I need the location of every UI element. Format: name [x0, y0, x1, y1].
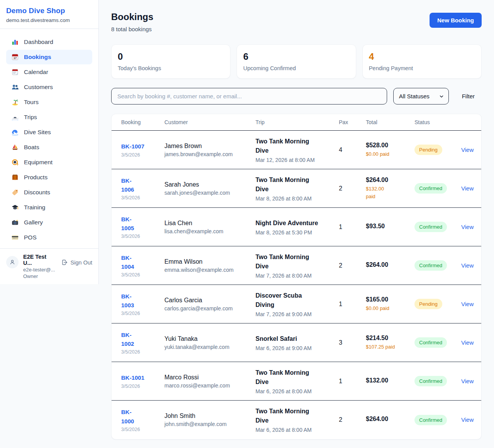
filter-button[interactable]: Filter: [455, 93, 482, 99]
stat-value: 6: [243, 51, 349, 62]
customer-cell: Lisa Chen lisa.chen@example.com: [164, 220, 255, 234]
new-booking-button[interactable]: New Booking: [430, 13, 482, 28]
trip-time: Mar 6, 2026 at 9:00 AM: [255, 345, 339, 351]
sidebar: Demo Dive Shop demo.test.divestreams.com…: [0, 0, 99, 284]
customer-cell: Sarah Jones sarah.jones@example.com: [164, 181, 255, 196]
sidebar-item-tours[interactable]: Tours: [6, 95, 92, 109]
booking-id-link[interactable]: BK- 1005: [121, 215, 164, 233]
bookings-table: BookingCustomerTripPaxTotalStatus BK-100…: [111, 114, 482, 440]
customer-email: carlos.garcia@example.com: [164, 305, 255, 312]
customer-email: yuki.tanaka@example.com: [164, 344, 255, 350]
sidebar-item-dive-sites[interactable]: Dive Sites: [6, 125, 92, 140]
sidebar-item-bookings[interactable]: 17 Bookings: [6, 50, 92, 64]
search-input[interactable]: [111, 88, 387, 104]
customer-email: marco.rossi@example.com: [164, 382, 255, 389]
trip-time: Mar 6, 2026 at 8:00 AM: [255, 427, 339, 433]
status-cell: Confirmed: [414, 222, 461, 232]
total-cell: $165.00 $0.00 paid: [366, 296, 414, 312]
view-cell: View: [461, 262, 474, 269]
booking-id-link[interactable]: BK- 1003: [121, 292, 164, 310]
pax-cell: 2: [339, 262, 366, 269]
customer-cell: John Smith john.smith@example.com: [164, 413, 255, 427]
view-link[interactable]: View: [461, 262, 474, 269]
sidebar-item-discounts[interactable]: Discounts: [6, 185, 92, 200]
status-cell: Pending: [414, 145, 461, 155]
sailboat-icon: [11, 143, 19, 151]
sidebar-item-calendar[interactable]: Calendar: [6, 65, 92, 79]
booking-cell: BK- 1003 3/5/2026: [121, 292, 164, 317]
stat-card: 6 Upcoming Confirmed: [237, 44, 356, 79]
column-header-trip: Trip: [255, 119, 339, 125]
booking-cell: BK- 1005 3/5/2026: [121, 215, 164, 239]
stat-label: Today's Bookings: [118, 65, 224, 71]
column-header-total: Total: [366, 119, 414, 125]
sidebar-item-products[interactable]: Products: [6, 170, 92, 185]
view-link[interactable]: View: [461, 301, 474, 307]
booking-cell: BK-1007 3/5/2026: [121, 142, 164, 157]
sign-out-label: Sign Out: [71, 259, 92, 266]
total-amount: $264.00: [366, 261, 414, 268]
view-link[interactable]: View: [461, 147, 474, 153]
sidebar-item-training[interactable]: Training: [6, 200, 92, 215]
booking-date: 3/5/2026: [121, 272, 164, 278]
filter-row: All Statuses Filter: [111, 88, 482, 104]
pax-cell: 1: [339, 301, 366, 308]
total-amount: $165.00: [366, 296, 414, 303]
tag-icon: [11, 189, 19, 196]
column-header-pax: Pax: [339, 119, 366, 125]
island-icon: [11, 98, 19, 106]
customer-email: john.smith@example.com: [164, 421, 255, 427]
view-cell: View: [461, 301, 474, 308]
booking-id-link[interactable]: BK-1007: [121, 142, 164, 151]
view-cell: View: [461, 339, 474, 346]
sidebar-item-boats[interactable]: Boats: [6, 140, 92, 155]
view-link[interactable]: View: [461, 185, 474, 192]
booking-cell: BK- 1006 3/5/2026: [121, 176, 164, 201]
sign-out-button[interactable]: Sign Out: [61, 259, 92, 266]
view-link[interactable]: View: [461, 224, 474, 230]
booking-id-link[interactable]: BK- 1006: [121, 176, 164, 194]
sidebar-item-equipment[interactable]: Equipment: [6, 155, 92, 170]
tear-calendar-icon: [11, 68, 19, 76]
customer-name: John Smith: [164, 413, 255, 419]
paid-amount: $0.00 paid: [366, 305, 414, 312]
status-badge: Confirmed: [414, 376, 447, 386]
view-link[interactable]: View: [461, 416, 474, 423]
status-cell: Confirmed: [414, 183, 461, 194]
sidebar-item-customers[interactable]: Customers: [6, 80, 92, 94]
table-row: BK- 1006 3/5/2026 Sarah Jones sarah.jone…: [112, 169, 481, 208]
calendar-date-icon: 17: [11, 53, 19, 61]
speedboat-icon: [11, 113, 19, 121]
booking-id-link[interactable]: BK- 1000: [121, 408, 164, 426]
trip-name: Night Dive Adventure: [255, 219, 339, 228]
status-badge: Pending: [414, 145, 442, 155]
grad-cap-icon: [11, 204, 19, 211]
credit-card-icon: [11, 234, 19, 241]
trip-name: Two Tank Morning Dive: [255, 137, 339, 155]
status-badge: Confirmed: [414, 183, 447, 194]
trip-name: Discover Scuba Diving: [255, 291, 339, 310]
customer-name: Lisa Chen: [164, 220, 255, 227]
booking-id-link[interactable]: BK- 1004: [121, 253, 164, 271]
view-cell: View: [461, 224, 474, 231]
status-select[interactable]: All Statuses: [393, 88, 449, 104]
booking-id-link[interactable]: BK- 1002: [121, 330, 164, 349]
sidebar-item-pos[interactable]: POS: [6, 230, 92, 245]
user-email: e2e-tester@...: [23, 267, 57, 273]
person-icon: [9, 259, 16, 266]
view-link[interactable]: View: [461, 378, 474, 384]
total-cell: $93.50: [366, 223, 414, 231]
trip-cell: Two Tank Morning Dive Mar 6, 2026 at 8:0…: [255, 407, 339, 433]
view-link[interactable]: View: [461, 339, 474, 346]
trip-cell: Two Tank Morning Dive Mar 6, 2026 at 8:0…: [255, 368, 339, 394]
trip-time: Mar 7, 2026 at 8:00 AM: [255, 273, 339, 279]
sidebar-nav: Dashboard 17 Bookings Calendar Customers…: [0, 29, 98, 248]
paid-amount: $107.25 paid: [366, 343, 414, 351]
booking-id-link[interactable]: BK-1001: [121, 373, 164, 382]
trip-cell: Two Tank Morning Dive Mar 12, 2026 at 8:…: [255, 137, 339, 163]
total-cell: $264.00 $132.00 paid: [366, 177, 414, 200]
sidebar-item-gallery[interactable]: Gallery: [6, 215, 92, 230]
sidebar-item-dashboard[interactable]: Dashboard: [6, 35, 92, 49]
sidebar-item-trips[interactable]: Trips: [6, 110, 92, 125]
booking-date: 3/5/2026: [121, 234, 164, 239]
